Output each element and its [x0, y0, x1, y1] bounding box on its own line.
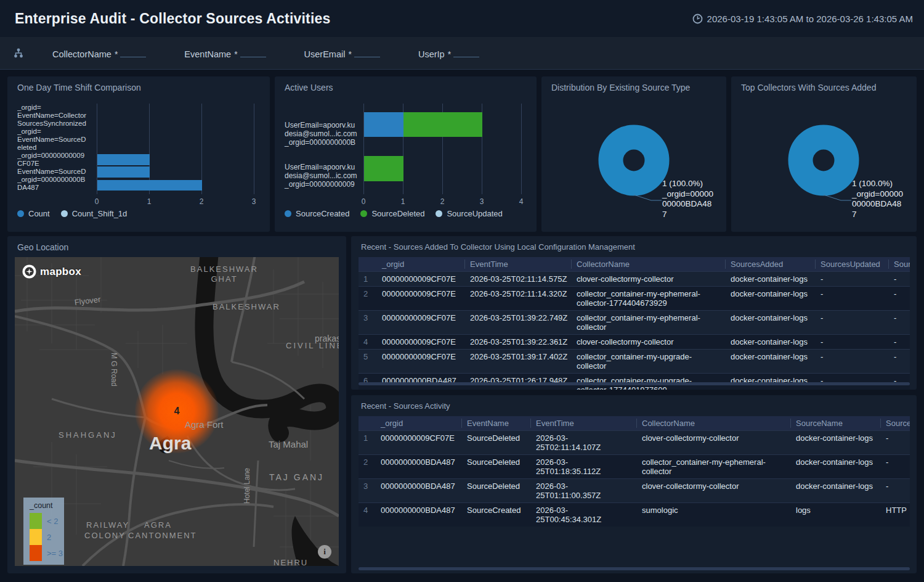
header-cell-eventtime[interactable]: EventTime: [531, 416, 637, 430]
filter-input[interactable]: [240, 47, 266, 57]
header-cell-sourcetype[interactable]: SourceType: [881, 416, 910, 430]
legend-item-sourcecreated[interactable]: SourceCreated: [285, 209, 349, 218]
y-axis-label-line: CF07E: [17, 160, 95, 168]
header-cell-eventname[interactable]: EventName: [462, 416, 531, 430]
header-cell-collectorname[interactable]: CollectorName: [637, 416, 791, 430]
slice-label-line: 7: [852, 210, 903, 220]
horizontal-scrollbar[interactable]: [359, 567, 910, 570]
cell-sourcesdeleted: -: [889, 287, 910, 310]
y-axis-label-line: _orgid=0000000000B: [17, 176, 95, 184]
filter-collectorname: CollectorName*: [52, 47, 146, 59]
bar-count[interactable]: [97, 180, 202, 191]
legend-row: >= 3: [30, 545, 64, 561]
row-number: 5: [359, 350, 377, 373]
map-place-label: AGRA: [144, 520, 172, 530]
timeshift-chart[interactable]: [97, 104, 254, 194]
header-cell-sourcesdeleted[interactable]: SourcesDeleted: [889, 257, 910, 271]
cell-_orgid: 00000000009CF07E: [377, 335, 465, 349]
cell-_orgid: 0000000000BDA487: [377, 374, 465, 390]
bar-count[interactable]: [97, 154, 150, 165]
cell-sourcesupdated: -: [816, 335, 889, 349]
table-row[interactable]: 30000000000BDA487SourceDeleted2026-03-25…: [359, 478, 910, 502]
filter-input[interactable]: [354, 47, 380, 57]
map-place-label: COLONY: [84, 531, 126, 540]
legend-dot: [360, 210, 367, 217]
table-row[interactable]: 500000000009CF07E2026-03-25T01:39:17.402…: [359, 349, 910, 373]
cell-sourcesdeleted: -: [889, 335, 910, 349]
cell-sourcesadded: docker-container-logs: [726, 335, 816, 349]
table-row[interactable]: 60000000000BDA4872026-03-25T01:26:17.948…: [359, 373, 910, 390]
filter-input[interactable]: [120, 47, 146, 57]
bar-sourcecreated[interactable]: [364, 112, 403, 137]
table-row[interactable]: 100000000009CF07E2026-03-25T02:11:14.575…: [359, 271, 910, 286]
table-row[interactable]: 20000000000BDA487SourceDeleted2026-03-25…: [359, 454, 910, 478]
required-asterisk: *: [115, 49, 118, 59]
x-tick-label: 1: [401, 197, 405, 206]
header-cell-eventtime[interactable]: EventTime: [465, 257, 572, 271]
legend-dot: [285, 210, 291, 217]
table-row[interactable]: 100000000009CF07ESourceDeleted2026-03-25…: [359, 430, 910, 454]
cell-sourcename: docker-container-logs: [791, 479, 881, 502]
table-row[interactable]: 40000000000BDA487SourceCreated2026-03-25…: [359, 502, 910, 527]
cell-sourcesupdated: -: [816, 287, 889, 310]
cell-eventtime: 2026-03-25T01:18:35.112Z: [531, 455, 637, 478]
time-range[interactable]: 2026-03-19 1:43:05 AM to 2026-03-26 1:43…: [692, 14, 913, 24]
filter-label: EventName: [184, 49, 231, 59]
filter-label: UserIp: [418, 49, 445, 59]
filter-label: UserEmail: [304, 49, 346, 59]
slice-label-line: 7: [662, 210, 713, 220]
row-number: 1: [359, 431, 376, 454]
cell-eventname: SourceDeleted: [462, 431, 531, 454]
y-axis-label-line: _orgid=0000000000B: [285, 138, 363, 147]
legend-item-sourcedeleted[interactable]: SourceDeleted: [360, 209, 424, 218]
header-cell-sourcesupdated[interactable]: SourcesUpdated: [816, 257, 889, 271]
hierarchy-icon[interactable]: [13, 47, 24, 59]
header-cell-_orgid[interactable]: _orgid: [376, 416, 462, 430]
table-row[interactable]: 400000000009CF07E2026-03-25T01:39:22.361…: [359, 334, 910, 349]
map-canvas[interactable]: 4 BALKESHWARGHATFlyoverBALKESHWARprakasC…: [15, 257, 339, 566]
y-axis-label-line: UserEmail=apoorv.ku: [285, 163, 363, 171]
legend-item-count_shift_1d[interactable]: Count_Shift_1d: [61, 209, 128, 218]
header-cell-sourcesadded[interactable]: SourcesAdded: [726, 257, 816, 271]
panel-sources-added-table: Recent - Sources Added To Collector Usin…: [351, 236, 917, 390]
mapbox-wordmark: mapbox: [40, 266, 81, 278]
x-tick-label: 4: [519, 197, 524, 206]
bar-sourcedeleted[interactable]: [364, 156, 403, 181]
active-users-chart[interactable]: [363, 104, 521, 194]
header-cell-_orgid[interactable]: _orgid: [377, 257, 465, 271]
cell-sourcesupdated: -: [816, 272, 889, 286]
horizontal-scrollbar[interactable]: [359, 382, 910, 385]
y-axis-label-line: _orgid=: [17, 128, 95, 136]
heatmap-count: 4: [174, 406, 180, 417]
y-axis-label-line: EventName=SourceD: [17, 168, 95, 176]
filter-input[interactable]: [453, 47, 479, 57]
y-axis-label-line: eleted: [17, 144, 95, 152]
map-place-label: Hotel Lane: [243, 468, 251, 504]
header-cell-collectorname[interactable]: CollectorName: [572, 257, 726, 271]
header-cell-sourcename[interactable]: SourceName: [791, 416, 881, 430]
cell-sourcesadded: docker-container-logs: [726, 287, 816, 310]
table-row[interactable]: 200000000009CF07E2026-03-25T02:11:14.320…: [359, 286, 910, 310]
slice-label-line: _orgid=00000: [662, 189, 713, 200]
cell-_orgid: 0000000000BDA487: [376, 455, 462, 478]
legend-item-count[interactable]: Count: [17, 209, 50, 218]
required-asterisk: *: [448, 49, 451, 59]
cell-collectorname: collector_container-my-upgrade-collector: [572, 350, 726, 373]
cell-collectorname: collector_container-my-ephemeral-collect…: [572, 287, 726, 310]
bar-count[interactable]: [97, 166, 150, 178]
x-tick-label: 3: [480, 197, 484, 206]
cell-eventtime: 2026-03-25T00:45:34.301Z: [531, 503, 637, 527]
legend-item-sourceupdated[interactable]: SourceUpdated: [436, 209, 502, 218]
bar-sourcedeleted[interactable]: [403, 112, 482, 137]
mapbox-logo[interactable]: mapbox: [22, 264, 81, 279]
map-place-label: CANTONMENT: [128, 531, 197, 540]
cell-sourcesupdated: -: [816, 374, 889, 390]
slice-label: 1 (100.0%)_orgid=0000000000BDA487: [852, 179, 903, 219]
panel-title: Active Users: [285, 83, 333, 92]
slice-label-line: _orgid=00000: [852, 189, 903, 200]
legend-range-label: 2: [47, 533, 51, 542]
map-info-icon[interactable]: i: [318, 545, 331, 559]
x-tick-label: 1: [147, 197, 152, 206]
table-row[interactable]: 300000000009CF07E2026-03-25T01:39:22.749…: [359, 310, 910, 334]
legend-label: SourceDeleted: [371, 209, 424, 218]
